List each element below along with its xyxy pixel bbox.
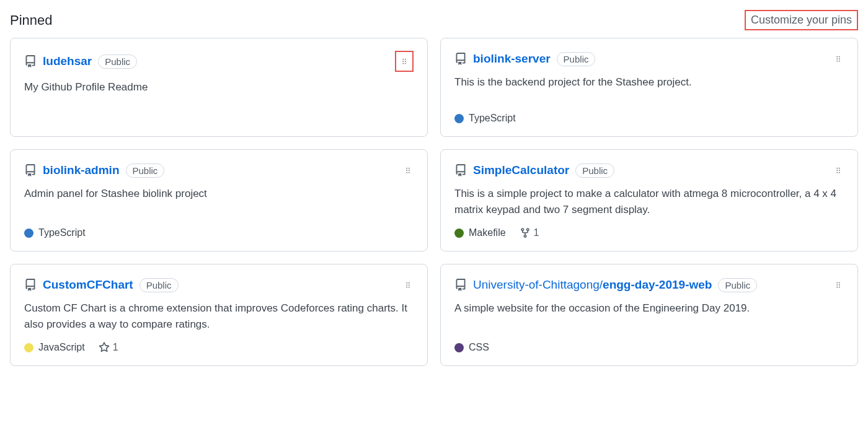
repo-icon xyxy=(24,279,37,291)
repo-description: This is a simple project to make a calcu… xyxy=(454,186,844,217)
repo-link[interactable]: biolink-server xyxy=(473,52,551,66)
repo-icon xyxy=(24,164,37,177)
drag-handle-icon[interactable] xyxy=(833,162,844,178)
repo-link[interactable]: ludehsar xyxy=(43,55,92,68)
language-indicator: TypeScript xyxy=(454,113,516,124)
pinned-repo-card: University-of-Chittagong/engg-day-2019-w… xyxy=(440,264,858,366)
language-name: Makefile xyxy=(469,227,506,238)
language-name: JavaScript xyxy=(38,342,85,353)
pinned-repo-card: ludehsarPublicMy Github Profile Readme xyxy=(10,38,428,137)
visibility-badge: Public xyxy=(718,278,757,292)
repo-owner-prefix: University-of-Chittagong/ xyxy=(473,278,603,291)
pinned-repo-card: SimpleCalculatorPublicThis is a simple p… xyxy=(440,149,858,251)
language-name: TypeScript xyxy=(38,227,86,238)
language-color-dot xyxy=(454,343,464,352)
visibility-badge: Public xyxy=(126,164,165,178)
repo-link[interactable]: University-of-Chittagong/engg-day-2019-w… xyxy=(473,278,712,292)
visibility-badge: Public xyxy=(557,52,596,66)
visibility-badge: Public xyxy=(575,164,614,178)
repo-icon xyxy=(24,55,37,68)
language-indicator: TypeScript xyxy=(24,227,86,238)
pinned-repo-card: biolink-adminPublicAdmin panel for Stash… xyxy=(10,149,428,251)
language-indicator: Makefile xyxy=(454,227,506,238)
repo-description: This is the backend project for the Stas… xyxy=(454,74,844,90)
repo-icon xyxy=(454,164,467,177)
repo-link[interactable]: CustomCFChart xyxy=(43,278,133,292)
drag-handle-icon[interactable] xyxy=(402,162,414,178)
language-color-dot xyxy=(24,343,33,352)
language-color-dot xyxy=(454,114,464,123)
language-indicator: CSS xyxy=(454,342,489,353)
language-name: TypeScript xyxy=(469,113,516,124)
drag-handle-icon[interactable] xyxy=(399,53,410,69)
drag-handle-icon[interactable] xyxy=(833,51,844,67)
drag-handle-icon[interactable] xyxy=(402,277,414,293)
repo-icon xyxy=(454,279,467,291)
repo-link[interactable]: SimpleCalculator xyxy=(473,164,569,177)
pinned-repo-card: biolink-serverPublicThis is the backend … xyxy=(440,38,858,137)
language-color-dot xyxy=(454,229,464,238)
visibility-badge: Public xyxy=(140,278,179,292)
visibility-badge: Public xyxy=(98,55,137,69)
language-name: CSS xyxy=(469,342,489,353)
repo-description: My Github Profile Readme xyxy=(24,79,414,95)
customize-pins-link[interactable]: Customize your pins xyxy=(745,10,858,30)
language-indicator: JavaScript xyxy=(24,342,85,353)
drag-handle-icon[interactable] xyxy=(833,277,844,293)
pinned-repo-card: CustomCFChartPublicCustom CF Chart is a … xyxy=(10,264,428,366)
repo-description: A simple website for the occasion of the… xyxy=(454,300,844,316)
repo-icon xyxy=(454,53,467,65)
forks-count[interactable]: 1 xyxy=(520,227,539,238)
repo-description: Admin panel for Stashee biolink project xyxy=(24,186,414,202)
stars-count[interactable]: 1 xyxy=(99,342,118,353)
language-color-dot xyxy=(24,229,33,238)
repo-link[interactable]: biolink-admin xyxy=(43,164,120,177)
pinned-heading: Pinned xyxy=(10,12,53,28)
repo-description: Custom CF Chart is a chrome extension th… xyxy=(24,300,414,332)
